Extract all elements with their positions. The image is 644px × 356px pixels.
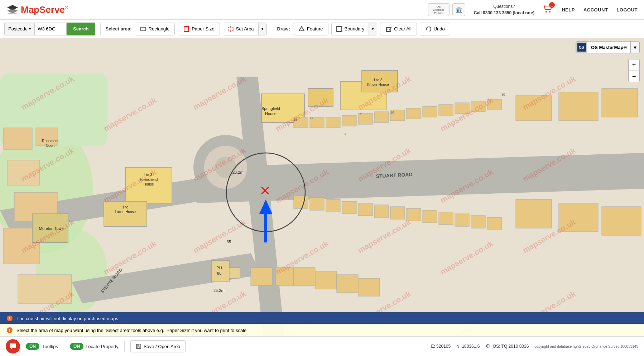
set-area-button[interactable]: Set Area [223,23,258,35]
boundary-group[interactable]: Boundary ▾ [331,23,378,35]
svg-rect-73 [516,96,552,121]
bottom-bar: ON Tooltips ON Locate Property Save / Op… [0,336,644,356]
chat-button[interactable] [6,339,20,353]
notification-crosshair: ! The crosshair will not display on purc… [0,312,644,324]
svg-rect-44 [308,88,333,106]
svg-text:14: 14 [310,116,313,120]
account-button[interactable]: ACCOUNT [583,7,608,13]
zoom-out-button[interactable]: − [628,71,640,82]
map-layer-selector[interactable]: OS OS MasterMap® ▾ [576,41,640,53]
svg-text:1 to: 1 to [122,205,129,209]
toolbar: Postcode ▾ Search Select area: Rectangle… [0,20,644,38]
svg-text:Townshend: Townshend [140,178,158,182]
svg-point-3 [546,11,547,13]
svg-point-33 [215,157,236,178]
svg-text:35: 35 [227,240,231,244]
svg-rect-12 [337,27,342,32]
svg-text:86: 86 [217,271,221,275]
svg-marker-124 [10,348,13,350]
logo[interactable]: MapServe® [0,4,75,16]
info-icon-2: ! [6,327,13,333]
set-area-dropdown-arrow[interactable]: ▾ [258,23,266,35]
zoom-controls: + − [628,59,640,82]
set-area-group[interactable]: Set Area ▾ [223,23,267,35]
info-icon-1: ! [6,315,13,322]
svg-text:1 to 8: 1 to 8 [373,78,382,82]
header-right: OSLicensedPartner 🏛️ Questions? Call 033… [428,3,644,16]
svg-text:30: 30 [501,93,505,96]
toolbar-divider-1 [100,23,101,35]
clear-all-icon [385,26,392,32]
logo-text: MapServe® [21,4,68,15]
svg-rect-85 [337,275,358,293]
postcode-input[interactable] [34,23,67,35]
svg-text:25.2m: 25.2m [213,288,225,293]
svg-rect-78 [602,207,641,235]
partner-badge-2: 🏛️ [452,3,465,16]
feature-icon [298,26,305,32]
svg-rect-61 [310,198,324,210]
rectangle-button[interactable]: Rectangle [135,23,175,35]
locate-property-toggle[interactable]: ON [70,343,83,350]
map-svg: STUART ROAD STEYNE ROAD Springfield Hous… [0,38,644,356]
svg-text:Glover House: Glover House [367,83,389,87]
svg-rect-52 [374,112,389,122]
svg-rect-35 [36,128,57,146]
search-button[interactable]: Search [67,23,95,35]
svg-rect-71 [471,216,485,228]
save-open-area-button[interactable]: Save / Open Area [130,340,186,352]
svg-text:1 to 31: 1 to 31 [143,173,154,177]
coordinates-display: E: 520105 N: 180361.6 OS: TQ 2010 8036 [431,344,529,349]
svg-rect-76 [516,199,552,228]
postcode-selector[interactable]: Postcode ▾ Search [4,23,95,35]
svg-text:Moreton Tower: Moreton Tower [39,226,65,231]
svg-text:PH: PH [216,266,222,270]
svg-rect-56 [439,105,453,115]
svg-point-16 [341,31,342,32]
zoom-in-button[interactable]: + [628,59,640,71]
bottom-divider-1 [64,341,64,352]
svg-text:15: 15 [294,118,297,121]
svg-marker-2 [7,11,18,14]
postcode-chevron-icon: ▾ [29,27,31,31]
header: MapServe® OSLicensedPartner 🏛️ Questions… [0,0,644,20]
postcode-dropdown[interactable]: Postcode ▾ [4,23,34,35]
svg-rect-69 [439,212,453,225]
svg-rect-65 [374,205,389,217]
locate-property-label: Locate Property [86,344,119,349]
map-layer-dropdown[interactable]: ▾ [630,42,639,53]
paper-size-button[interactable]: Paper Size [178,23,220,35]
feature-button[interactable]: Feature [293,23,328,35]
svg-rect-77 [559,203,598,232]
svg-rect-126 [137,344,139,346]
svg-text:Springfield: Springfield [261,106,280,111]
svg-rect-49 [326,117,340,128]
boundary-dropdown-arrow[interactable]: ▾ [369,23,377,35]
draw-label: Draw: [277,26,290,32]
logout-button[interactable]: LOGOUT [616,7,638,13]
help-button[interactable]: HELP [562,7,575,13]
svg-rect-67 [407,208,421,221]
boundary-button[interactable]: Boundary [332,23,369,35]
svg-rect-55 [423,106,437,117]
svg-rect-39 [18,275,72,303]
copyright-text: copyright and database rights 2023 Ordna… [534,345,638,348]
svg-rect-5 [141,27,146,31]
svg-point-128 [487,346,489,347]
svg-text:Rosemont: Rosemont [42,139,58,143]
svg-rect-80 [229,268,240,278]
undo-button[interactable]: Undo [420,23,450,35]
svg-rect-123 [10,343,16,348]
save-icon [136,343,141,349]
svg-rect-50 [342,115,356,126]
svg-rect-68 [423,210,437,223]
map-container[interactable]: STUART ROAD STEYNE ROAD Springfield Hous… [0,38,644,356]
cart-button[interactable]: 1 [543,4,553,15]
clear-all-button[interactable]: Clear All [380,23,417,35]
svg-rect-36 [7,160,39,185]
svg-rect-63 [342,201,356,214]
svg-rect-81 [251,268,272,285]
tooltips-toggle[interactable]: ON [26,343,39,350]
svg-text:Court: Court [46,144,55,148]
svg-rect-74 [559,92,598,121]
